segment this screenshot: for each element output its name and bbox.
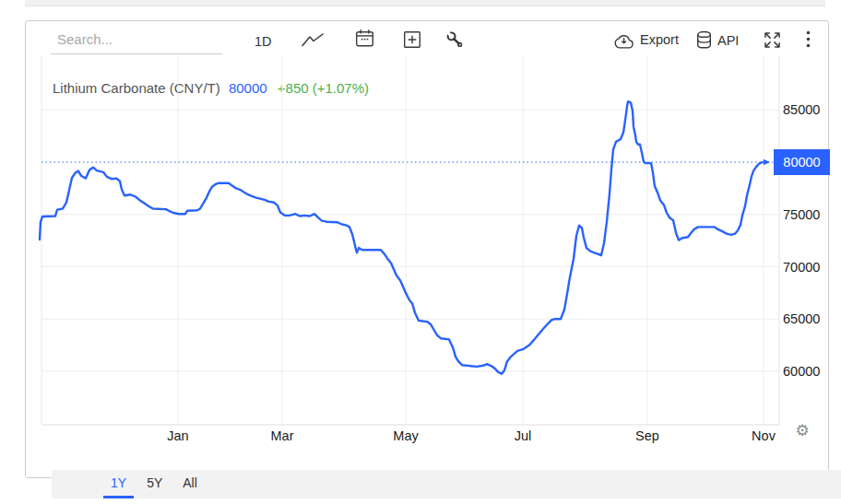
date-range-button[interactable]: [355, 29, 374, 48]
tools-button[interactable]: [445, 30, 464, 49]
chart-card: 1D Export: [25, 20, 829, 478]
search-input[interactable]: [51, 29, 222, 54]
range-selector: 1Y 5Y All: [52, 470, 841, 498]
range-all[interactable]: All: [175, 470, 205, 498]
range-1y[interactable]: 1Y: [103, 470, 134, 498]
export-label: Export: [640, 30, 679, 49]
last-price: 80000: [229, 80, 267, 96]
chart-legend: Lithium Carbonate (CNY/T) 80000 +850 (+1…: [53, 80, 369, 96]
chart-type-button[interactable]: [302, 33, 324, 47]
kebab-icon: [806, 30, 811, 48]
fullscreen-button[interactable]: [763, 30, 782, 50]
api-button[interactable]: API: [696, 30, 739, 50]
line-chart-icon: [302, 33, 324, 47]
interval-button[interactable]: 1D: [255, 32, 272, 51]
export-button[interactable]: Export: [614, 30, 679, 49]
more-menu-button[interactable]: [801, 30, 814, 48]
wrench-icon: [445, 30, 464, 49]
settings-gear-icon[interactable]: ⚙: [793, 422, 811, 440]
calendar-icon: [355, 29, 374, 48]
plus-square-icon: [403, 30, 421, 49]
add-panel-button[interactable]: [403, 30, 421, 49]
series-title: Lithium Carbonate (CNY/T): [53, 80, 220, 96]
expand-icon: [763, 30, 782, 50]
range-5y[interactable]: 5Y: [139, 470, 170, 498]
cloud-download-icon: [614, 31, 634, 49]
database-icon: [696, 30, 712, 50]
top-bar-remnant: [25, 0, 825, 6]
price-change: +850 (+1.07%): [278, 80, 369, 96]
api-label: API: [717, 31, 739, 50]
